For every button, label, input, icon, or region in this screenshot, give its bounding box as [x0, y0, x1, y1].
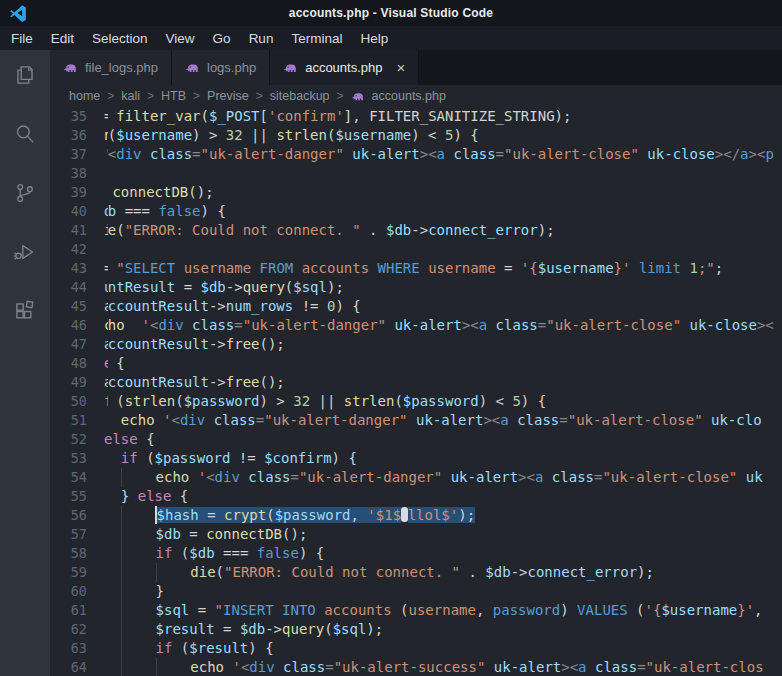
breadcrumb-item-kali[interactable]: kali	[121, 89, 140, 103]
code-token: ();	[260, 374, 285, 390]
code-token: "uk-alert-close"	[504, 146, 639, 162]
code-token: if	[156, 640, 173, 656]
code-token: ><	[749, 146, 766, 162]
close-tab-icon[interactable]: ×	[397, 60, 406, 75]
code-token	[104, 640, 121, 656]
code-line[interactable]: if ($db === false) {	[104, 544, 782, 563]
menu-item-terminal[interactable]: Terminal	[282, 31, 351, 46]
code-line[interactable]: = "SELECT username FROM accounts WHERE u…	[104, 259, 782, 278]
line-number: 48	[50, 354, 87, 373]
menu-item-view[interactable]: View	[157, 31, 204, 46]
code-token: echo	[156, 469, 190, 485]
code-token: ><	[420, 146, 437, 162]
code-token: =	[291, 469, 299, 485]
code-token	[122, 526, 156, 542]
code-token: "ERROR: Could not connect. "	[125, 222, 361, 238]
code-token: uk-close	[647, 146, 714, 162]
code-line[interactable]	[104, 240, 782, 259]
code-token: =	[234, 317, 242, 333]
code-token: $password	[403, 393, 479, 409]
extensions-icon[interactable]	[12, 298, 38, 324]
code-line[interactable]: }	[104, 582, 782, 601]
code-token: '	[232, 659, 240, 675]
breadcrumb-item-accounts.php[interactable]: accounts.php	[372, 89, 446, 103]
code-token: =	[538, 317, 546, 333]
breadcrumb-item-sitebackup[interactable]: sitebackup	[270, 89, 330, 103]
line-number: 59	[50, 563, 87, 582]
code-editor[interactable]: 3536373839404142434445464748495051525354…	[50, 107, 782, 676]
code-token: ,	[754, 602, 771, 618]
code-token	[104, 412, 121, 428]
breadcrumb-item-htb[interactable]: HTB	[161, 89, 186, 103]
tab-accounts.php[interactable]: accounts.php×	[270, 50, 419, 85]
code-token: =	[189, 602, 214, 618]
code-token: {	[138, 431, 155, 447]
code-token: filter_var	[116, 108, 200, 124]
code-line[interactable]: echo '<div class="uk-alert-success" uk-a…	[104, 658, 782, 676]
code-token: ],	[344, 108, 369, 124]
code-line[interactable]: = filter_var($_POST['confirm'], FILTER_S…	[104, 107, 782, 126]
code-token	[108, 108, 116, 124]
line-number: 50	[50, 392, 87, 411]
tab-logs.php[interactable]: logs.php	[172, 50, 270, 85]
menu-item-edit[interactable]: Edit	[42, 31, 83, 46]
code-token: uk-close	[690, 317, 757, 333]
code-line[interactable]: f (strlen($password) > 32 || strlen($pas…	[104, 392, 782, 411]
menu-item-go[interactable]: Go	[204, 31, 240, 46]
menu-item-selection[interactable]: Selection	[83, 31, 157, 46]
code-line[interactable]: accountResult->num_rows != 0) {	[104, 297, 782, 316]
menu-item-help[interactable]: Help	[351, 31, 397, 46]
code-line[interactable]: e {	[104, 354, 782, 373]
code-line[interactable]: echo '<div class="uk-alert-danger" uk-al…	[104, 468, 782, 487]
php-file-icon	[63, 61, 78, 74]
code-line[interactable]: echo '<div class="uk-alert-danger" uk-al…	[104, 411, 782, 430]
code-line[interactable]: else {	[104, 430, 782, 449]
code-token: $password	[275, 507, 351, 523]
code-line[interactable]: $sql = "INSERT INTO accounts (username, …	[104, 601, 782, 620]
code-line[interactable]: accountResult->free();	[104, 373, 782, 392]
source-control-icon[interactable]	[12, 180, 38, 206]
code-line[interactable]: '<div class="uk-alert-danger" uk-alert><…	[104, 145, 782, 164]
breadcrumb-item-previse[interactable]: Previse	[207, 89, 249, 103]
code-line[interactable]: if ($password != $confirm) {	[104, 449, 782, 468]
code-token: 5	[512, 393, 520, 409]
line-number: 35	[50, 107, 87, 126]
code-token: if	[121, 450, 138, 466]
search-icon[interactable]	[12, 121, 38, 147]
code-token: echo	[190, 659, 224, 675]
code-line[interactable]: accountResult->free();	[104, 335, 782, 354]
explorer-icon[interactable]	[12, 62, 38, 88]
code-line[interactable]: connectDB();	[104, 183, 782, 202]
code-line[interactable]: $result = $db->query($sql);	[104, 620, 782, 639]
code-area[interactable]: = filter_var($_POST['confirm'], FILTER_S…	[104, 107, 782, 676]
code-line[interactable]: $db = connectDB();	[104, 525, 782, 544]
code-line[interactable]: n($username) > 32 || strlen($username) <…	[104, 126, 782, 145]
code-token: "ERROR: Could not connect. "	[224, 564, 460, 580]
code-token	[104, 488, 121, 504]
breadcrumb-item-home[interactable]: home	[69, 89, 100, 103]
code-line[interactable]: cho '<div class="uk-alert-danger" uk-ale…	[104, 316, 782, 335]
code-line[interactable]: ie("ERROR: Could not connect. " . $db->c…	[104, 221, 782, 240]
menu-item-run[interactable]: Run	[240, 31, 283, 46]
line-number: 57	[50, 525, 87, 544]
code-line[interactable]: $hash = crypt($password, '$1$🧂llol$');	[104, 506, 782, 525]
code-token: (	[324, 621, 332, 637]
tab-file_logs.php[interactable]: file_logs.php	[50, 50, 172, 85]
code-token: connect_error	[428, 222, 538, 238]
code-token: <	[206, 469, 214, 485]
menu-item-file[interactable]: File	[2, 31, 42, 46]
code-line[interactable]	[104, 164, 782, 183]
code-token: );	[538, 222, 555, 238]
code-line[interactable]: if ($result) {	[104, 639, 782, 658]
tab-label: logs.php	[207, 60, 256, 75]
code-line[interactable]: db === false) {	[104, 202, 782, 221]
code-token: free	[226, 336, 260, 352]
code-line[interactable]: untResult = $db->query($sql);	[104, 278, 782, 297]
code-token: =	[256, 412, 264, 428]
code-line[interactable]: die("ERROR: Could not connect. " . $db->…	[104, 563, 782, 582]
code-line[interactable]: } else {	[104, 487, 782, 506]
run-and-debug-icon[interactable]	[12, 239, 38, 265]
code-token	[142, 146, 150, 162]
php-file-icon	[351, 90, 365, 102]
code-token: ();	[282, 526, 307, 542]
